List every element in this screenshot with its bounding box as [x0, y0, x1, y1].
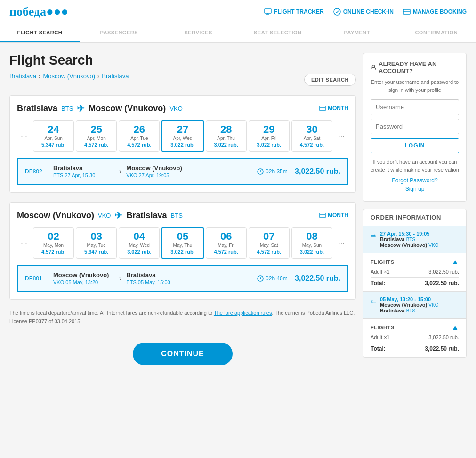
date-label-3: Apr, Wed	[164, 136, 201, 141]
order-total-label-2: Total:	[371, 345, 386, 352]
inbound-to-city: Bratislava	[126, 211, 167, 221]
inbound-duration-text: 02h 40m	[266, 275, 288, 282]
continue-button[interactable]: CONTINUE	[133, 343, 233, 365]
inbound-date-num-3: 05	[164, 231, 201, 242]
inbound-from-city: Moscow (Vnukovo)	[17, 211, 94, 221]
inbound-header-row: Moscow (Vnukovo) VKO ✈ Bratislava BTS MO…	[17, 210, 348, 221]
order-flight-2-route2: Bratislava BTS	[380, 308, 438, 313]
header-navigation: FLIGHT TRACKER ONLINE CHECK-IN MANAGE BO…	[264, 8, 467, 16]
order-2-collapse[interactable]: ▲	[452, 323, 459, 332]
outbound-date-selector: ··· 24 Apr, Sun 5,347 rub. 25 Apr, Mon 4…	[17, 120, 348, 152]
outbound-to-code: VKO	[169, 105, 182, 112]
outbound-flight-result[interactable]: DP802 Bratislava BTS 27 Apr, 15:30 › Mos…	[17, 158, 348, 185]
date-label-6: Apr, Sat	[294, 136, 330, 141]
outbound-month-button[interactable]: MONTH	[319, 105, 348, 112]
order-flight-1-from-code: BTS	[406, 237, 415, 242]
order-flights-label-2: FLIGHTS	[371, 325, 395, 330]
order-flight-2-details: 05 May, 13:20 - 15:00 Moscow (Vnukovo) V…	[380, 296, 438, 313]
svg-rect-0	[265, 9, 271, 13]
inbound-plane-icon: ✈	[114, 210, 122, 221]
svg-rect-6	[320, 106, 325, 111]
date-label-0: Apr, Sun	[35, 136, 72, 141]
step-flight-search[interactable]: FLIGHT SEARCH	[0, 24, 80, 42]
outbound-date-5[interactable]: 29 Apr, Fri 3,022 rub.	[249, 120, 290, 152]
inbound-date-0[interactable]: 02 May, Mon 4,572 rub.	[33, 227, 74, 259]
password-input[interactable]	[371, 119, 459, 134]
manage-booking-nav[interactable]: MANAGE BOOKING	[403, 8, 467, 16]
inbound-flight-arrow: ›	[119, 274, 121, 283]
order-flights-label-1: FLIGHTS	[371, 259, 395, 265]
login-button[interactable]: LOGIN	[371, 138, 459, 153]
logo-dots: ●●●	[46, 5, 68, 18]
date-label-2: Apr, Tue	[121, 136, 157, 141]
order-flight-1-route: Bratislava BTS	[380, 237, 438, 242]
username-input[interactable]	[371, 99, 459, 115]
edit-search-button[interactable]: EDIT SEARCH	[304, 74, 356, 86]
step-payment[interactable]: PAYMENT	[317, 24, 397, 42]
sign-up-link[interactable]: Sign up	[371, 186, 459, 192]
flight-tracker-label: FLIGHT TRACKER	[274, 8, 323, 15]
inbound-flight-number: DP801	[25, 275, 48, 282]
order-flight-1-to-code: VKO	[428, 243, 438, 248]
continue-section: CONTINUE	[9, 338, 356, 370]
step-seat-selection[interactable]: SEAT SELECTION	[238, 24, 318, 42]
inbound-date-price-6: 3,022 rub.	[294, 249, 330, 254]
fare-rules-link[interactable]: The fare application rules	[214, 310, 272, 316]
order-adult-row-1: Adult ×1 3,022.50 rub.	[371, 269, 459, 275]
flight-tracker-nav[interactable]: FLIGHT TRACKER	[264, 8, 323, 16]
inbound-from-city-result: Moscow (Vnukovo)	[53, 271, 114, 278]
inbound-prev-date[interactable]: ···	[17, 236, 31, 250]
inbound-date-4[interactable]: 06 May, Fri 4,572 rub.	[206, 227, 247, 259]
outbound-plane-icon: ✈	[77, 103, 85, 114]
outbound-to-city: Moscow (Vnukovo)	[89, 104, 166, 114]
logo: победа●●●	[9, 5, 68, 19]
inbound-date-3[interactable]: 05 May, Thu 3,022 rub.	[161, 227, 203, 259]
order-total-1: Total: 3,022.50 rub.	[371, 277, 459, 286]
breadcrumb-bratislava: Bratislava	[9, 73, 36, 80]
inbound-date-label-2: May, Wed	[121, 243, 157, 248]
inbound-date-price-2: 3,022 rub.	[121, 249, 157, 254]
inbound-date-num-1: 03	[78, 231, 114, 242]
outbound-date-4[interactable]: 28 Apr, Thu 3,022 rub.	[206, 120, 247, 152]
outbound-date-1[interactable]: 25 Apr, Mon 4,572 rub.	[76, 120, 117, 152]
outbound-date-3[interactable]: 27 Apr, Wed 3,022 rub.	[161, 120, 203, 152]
step-services[interactable]: SERVICES	[159, 24, 238, 42]
inbound-date-num-4: 06	[208, 231, 244, 242]
inbound-to-code: BTS	[171, 212, 183, 219]
account-title: ALREADY HAVE AN ACCOUNT?	[371, 60, 459, 74]
outbound-date-6[interactable]: 30 Apr, Sat 4,572 rub.	[291, 120, 332, 152]
order-flight-2-from-code: VKO	[428, 303, 438, 308]
order-total-2: Total: 3,022.50 rub.	[371, 343, 459, 352]
breadcrumb-bratislava2: Bratislava	[102, 73, 129, 80]
order-info-title: ORDER INFORMATION	[363, 209, 466, 226]
outbound-next-date[interactable]: ···	[334, 129, 348, 143]
inbound-date-6[interactable]: 08 May, Sun 3,022 rub.	[291, 227, 332, 259]
inbound-date-num-2: 04	[121, 231, 157, 242]
order-adult-price-1: 3,022.50 rub.	[428, 269, 459, 275]
date-price-2: 4,572 rub.	[121, 142, 157, 147]
inbound-date-2[interactable]: 04 May, Wed 3,022 rub.	[119, 227, 160, 259]
forgot-password-link[interactable]: Forgot Password?	[371, 177, 459, 184]
inbound-date-price-0: 4,572 rub.	[35, 249, 72, 254]
inbound-date-1[interactable]: 03 May, Tue 5,347 rub.	[76, 227, 117, 259]
clock-icon-2	[257, 275, 264, 282]
account-title-text: ALREADY HAVE AN ACCOUNT?	[379, 60, 459, 74]
step-passengers[interactable]: PASSENGERS	[80, 24, 159, 42]
inbound-flight-section: Moscow (Vnukovo) VKO ✈ Bratislava BTS MO…	[9, 202, 356, 300]
outbound-prev-date[interactable]: ···	[17, 129, 31, 143]
inbound-next-date[interactable]: ···	[334, 236, 348, 250]
outbound-date-0[interactable]: 24 Apr, Sun 5,347 rub.	[33, 120, 74, 152]
inbound-flight-result[interactable]: DP801 Moscow (Vnukovo) VKO 05 May, 13:20…	[17, 265, 348, 292]
step-confirmation[interactable]: CONFIRMATION	[397, 24, 476, 42]
order-pricing-1: FLIGHTS ▲ Adult ×1 3,022.50 rub. Total: …	[363, 253, 466, 292]
order-1-collapse[interactable]: ▲	[452, 258, 459, 266]
clock-icon	[257, 168, 264, 175]
online-checkin-nav[interactable]: ONLINE CHECK-IN	[333, 8, 394, 16]
inbound-month-button[interactable]: MONTH	[319, 212, 348, 219]
svg-rect-4	[403, 9, 410, 14]
order-adult-label-1: Adult ×1	[371, 269, 390, 275]
inbound-order-icon: ⇒	[371, 297, 376, 305]
inbound-date-label-1: May, Tue	[78, 243, 114, 248]
outbound-date-2[interactable]: 26 Apr, Tue 4,572 rub.	[119, 120, 160, 152]
inbound-date-5[interactable]: 07 May, Sat 4,572 rub.	[249, 227, 290, 259]
